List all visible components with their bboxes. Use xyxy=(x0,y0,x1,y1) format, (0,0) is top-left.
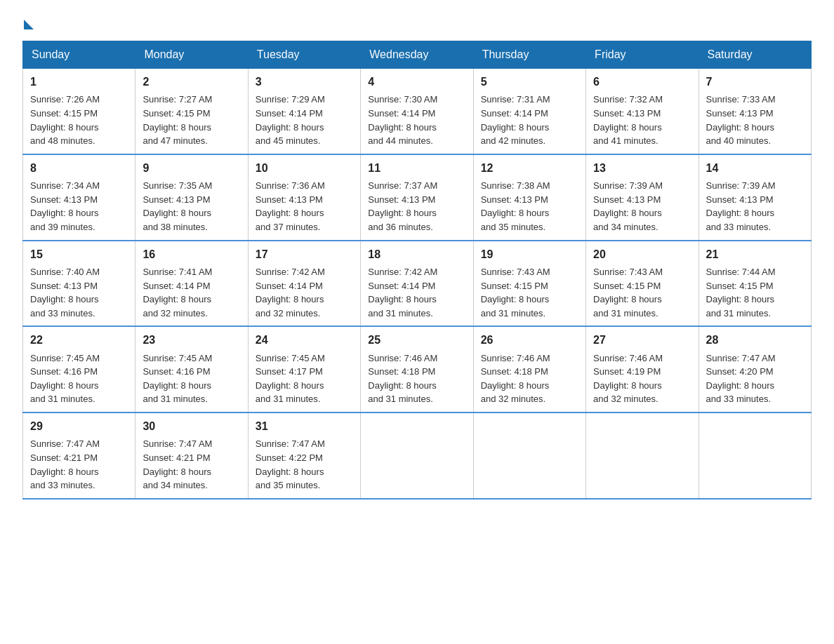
day-info: Sunrise: 7:32 AMSunset: 4:13 PMDaylight:… xyxy=(593,94,663,146)
calendar-cell xyxy=(586,412,699,499)
header-day-thursday: Thursday xyxy=(473,41,585,69)
calendar-cell: 27 Sunrise: 7:46 AMSunset: 4:19 PMDaylig… xyxy=(586,326,699,412)
calendar-cell: 8 Sunrise: 7:34 AMSunset: 4:13 PMDayligh… xyxy=(23,154,135,241)
day-number: 30 xyxy=(143,419,240,434)
day-number: 21 xyxy=(706,247,804,262)
day-number: 4 xyxy=(368,74,465,90)
day-number: 26 xyxy=(481,333,578,348)
day-info: Sunrise: 7:35 AMSunset: 4:13 PMDaylight:… xyxy=(143,180,212,232)
calendar-cell: 13 Sunrise: 7:39 AMSunset: 4:13 PMDaylig… xyxy=(586,154,699,241)
day-info: Sunrise: 7:46 AMSunset: 4:18 PMDaylight:… xyxy=(481,353,550,405)
day-number: 14 xyxy=(706,161,804,176)
day-number: 13 xyxy=(593,161,691,176)
calendar-cell: 17 Sunrise: 7:42 AMSunset: 4:14 PMDaylig… xyxy=(248,241,360,327)
day-info: Sunrise: 7:46 AMSunset: 4:19 PMDaylight:… xyxy=(593,353,663,405)
calendar-cell: 6 Sunrise: 7:32 AMSunset: 4:13 PMDayligh… xyxy=(586,69,699,154)
day-number: 1 xyxy=(30,74,128,90)
header-day-wednesday: Wednesday xyxy=(361,41,473,69)
logo xyxy=(22,17,34,27)
calendar-cell: 2 Sunrise: 7:27 AMSunset: 4:15 PMDayligh… xyxy=(135,69,248,154)
calendar-cell: 19 Sunrise: 7:43 AMSunset: 4:15 PMDaylig… xyxy=(473,241,585,327)
calendar-table: SundayMondayTuesdayWednesdayThursdayFrid… xyxy=(22,41,812,499)
day-number: 5 xyxy=(481,74,578,90)
calendar-cell: 26 Sunrise: 7:46 AMSunset: 4:18 PMDaylig… xyxy=(473,326,585,412)
calendar-cell: 29 Sunrise: 7:47 AMSunset: 4:21 PMDaylig… xyxy=(23,412,135,499)
calendar-cell xyxy=(699,412,811,499)
calendar-cell: 1 Sunrise: 7:26 AMSunset: 4:15 PMDayligh… xyxy=(23,69,135,154)
day-info: Sunrise: 7:37 AMSunset: 4:13 PMDaylight:… xyxy=(368,180,437,232)
day-info: Sunrise: 7:40 AMSunset: 4:13 PMDaylight:… xyxy=(30,267,100,318)
calendar-cell xyxy=(361,412,473,499)
calendar-cell: 20 Sunrise: 7:43 AMSunset: 4:15 PMDaylig… xyxy=(586,241,699,327)
day-info: Sunrise: 7:44 AMSunset: 4:15 PMDaylight:… xyxy=(706,267,776,318)
day-number: 10 xyxy=(256,161,353,176)
calendar-cell: 28 Sunrise: 7:47 AMSunset: 4:20 PMDaylig… xyxy=(699,326,811,412)
day-info: Sunrise: 7:30 AMSunset: 4:14 PMDaylight:… xyxy=(368,94,437,146)
day-info: Sunrise: 7:45 AMSunset: 4:16 PMDaylight:… xyxy=(143,353,212,405)
day-number: 24 xyxy=(256,333,353,348)
day-info: Sunrise: 7:36 AMSunset: 4:13 PMDaylight:… xyxy=(256,180,325,232)
calendar-week-row: 15 Sunrise: 7:40 AMSunset: 4:13 PMDaylig… xyxy=(23,241,812,327)
day-number: 20 xyxy=(593,247,691,262)
day-number: 16 xyxy=(143,247,240,262)
calendar-cell: 21 Sunrise: 7:44 AMSunset: 4:15 PMDaylig… xyxy=(699,241,811,327)
day-info: Sunrise: 7:39 AMSunset: 4:13 PMDaylight:… xyxy=(706,180,776,232)
day-number: 31 xyxy=(256,419,353,434)
calendar-cell: 25 Sunrise: 7:46 AMSunset: 4:18 PMDaylig… xyxy=(361,326,473,412)
day-info: Sunrise: 7:47 AMSunset: 4:21 PMDaylight:… xyxy=(30,438,100,490)
header-day-saturday: Saturday xyxy=(699,41,811,69)
calendar-cell: 12 Sunrise: 7:38 AMSunset: 4:13 PMDaylig… xyxy=(473,154,585,241)
day-info: Sunrise: 7:38 AMSunset: 4:13 PMDaylight:… xyxy=(481,180,550,232)
day-info: Sunrise: 7:45 AMSunset: 4:16 PMDaylight:… xyxy=(30,353,100,405)
day-number: 11 xyxy=(368,161,465,176)
calendar-cell: 5 Sunrise: 7:31 AMSunset: 4:14 PMDayligh… xyxy=(473,69,585,154)
day-number: 27 xyxy=(593,333,691,348)
day-number: 3 xyxy=(256,74,353,90)
calendar-cell: 24 Sunrise: 7:45 AMSunset: 4:17 PMDaylig… xyxy=(248,326,360,412)
day-number: 22 xyxy=(30,333,128,348)
calendar-cell: 9 Sunrise: 7:35 AMSunset: 4:13 PMDayligh… xyxy=(135,154,248,241)
day-info: Sunrise: 7:47 AMSunset: 4:21 PMDaylight:… xyxy=(143,438,212,490)
day-number: 15 xyxy=(30,247,128,262)
calendar-cell: 4 Sunrise: 7:30 AMSunset: 4:14 PMDayligh… xyxy=(361,69,473,154)
calendar-cell: 14 Sunrise: 7:39 AMSunset: 4:13 PMDaylig… xyxy=(699,154,811,241)
day-number: 18 xyxy=(368,247,465,262)
calendar-cell: 31 Sunrise: 7:47 AMSunset: 4:22 PMDaylig… xyxy=(248,412,360,499)
logo-arrow-icon xyxy=(24,20,34,29)
calendar-week-row: 22 Sunrise: 7:45 AMSunset: 4:16 PMDaylig… xyxy=(23,326,812,412)
calendar-cell: 3 Sunrise: 7:29 AMSunset: 4:14 PMDayligh… xyxy=(248,69,360,154)
calendar-cell: 7 Sunrise: 7:33 AMSunset: 4:13 PMDayligh… xyxy=(699,69,811,154)
calendar-cell: 23 Sunrise: 7:45 AMSunset: 4:16 PMDaylig… xyxy=(135,326,248,412)
day-info: Sunrise: 7:46 AMSunset: 4:18 PMDaylight:… xyxy=(368,353,437,405)
calendar-cell: 18 Sunrise: 7:42 AMSunset: 4:14 PMDaylig… xyxy=(361,241,473,327)
day-number: 9 xyxy=(143,161,240,176)
day-info: Sunrise: 7:41 AMSunset: 4:14 PMDaylight:… xyxy=(143,267,212,318)
day-info: Sunrise: 7:47 AMSunset: 4:22 PMDaylight:… xyxy=(256,438,325,490)
calendar-cell: 30 Sunrise: 7:47 AMSunset: 4:21 PMDaylig… xyxy=(135,412,248,499)
header-day-sunday: Sunday xyxy=(23,41,135,69)
calendar-header-row: SundayMondayTuesdayWednesdayThursdayFrid… xyxy=(23,41,812,69)
day-number: 23 xyxy=(143,333,240,348)
calendar-week-row: 1 Sunrise: 7:26 AMSunset: 4:15 PMDayligh… xyxy=(23,69,812,154)
calendar-week-row: 29 Sunrise: 7:47 AMSunset: 4:21 PMDaylig… xyxy=(23,412,812,499)
day-number: 29 xyxy=(30,419,128,434)
header-day-monday: Monday xyxy=(135,41,248,69)
day-number: 17 xyxy=(256,247,353,262)
day-info: Sunrise: 7:26 AMSunset: 4:15 PMDaylight:… xyxy=(30,94,100,146)
day-info: Sunrise: 7:29 AMSunset: 4:14 PMDaylight:… xyxy=(256,94,325,146)
day-info: Sunrise: 7:33 AMSunset: 4:13 PMDaylight:… xyxy=(706,94,776,146)
day-number: 2 xyxy=(143,74,240,90)
day-info: Sunrise: 7:34 AMSunset: 4:13 PMDaylight:… xyxy=(30,180,100,232)
calendar-cell: 22 Sunrise: 7:45 AMSunset: 4:16 PMDaylig… xyxy=(23,326,135,412)
day-info: Sunrise: 7:43 AMSunset: 4:15 PMDaylight:… xyxy=(593,267,663,318)
day-info: Sunrise: 7:47 AMSunset: 4:20 PMDaylight:… xyxy=(706,353,776,405)
calendar-cell: 11 Sunrise: 7:37 AMSunset: 4:13 PMDaylig… xyxy=(361,154,473,241)
day-number: 25 xyxy=(368,333,465,348)
header-day-friday: Friday xyxy=(586,41,699,69)
calendar-cell xyxy=(473,412,585,499)
header-day-tuesday: Tuesday xyxy=(248,41,360,69)
day-info: Sunrise: 7:31 AMSunset: 4:14 PMDaylight:… xyxy=(481,94,550,146)
day-number: 6 xyxy=(593,74,691,90)
page-header xyxy=(22,17,812,27)
day-info: Sunrise: 7:39 AMSunset: 4:13 PMDaylight:… xyxy=(593,180,663,232)
